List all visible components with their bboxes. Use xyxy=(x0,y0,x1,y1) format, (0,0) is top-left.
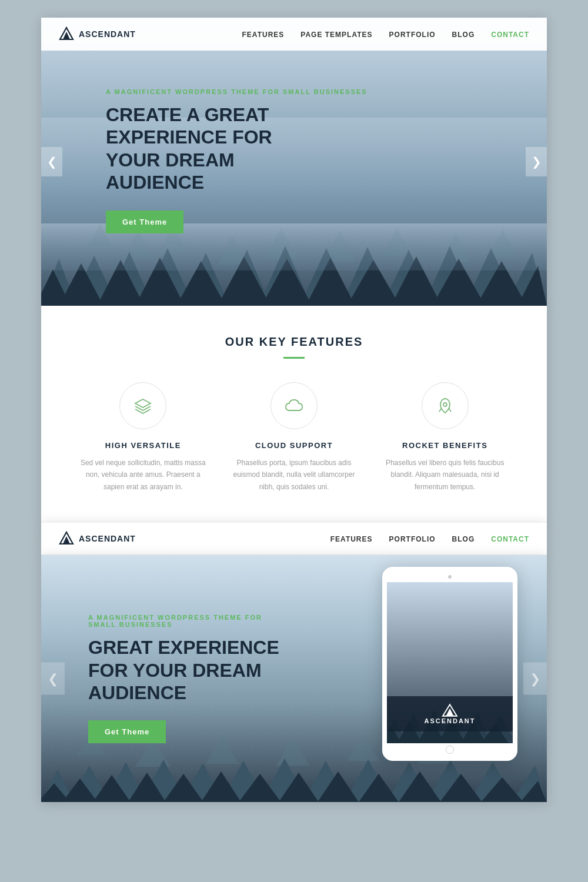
hero2-card: A MAGNIFICENT WORDPRESS THEME FOR SMALL … xyxy=(41,555,547,802)
tablet-camera xyxy=(448,575,452,579)
features-grid: HIGH VERSATILE Sed vel neque sollicitudi… xyxy=(76,382,512,493)
carousel-arrow-right[interactable]: ❯ xyxy=(526,147,547,176)
feature-rocket: ROCKET BENEFITS Phasellus vel libero qui… xyxy=(378,382,512,493)
feature-rocket-title: ROCKET BENEFITS xyxy=(402,441,487,450)
feature-cloud-desc: Phasellus porta, ipsum faucibus adis eui… xyxy=(229,457,359,493)
get-theme-button[interactable]: Get Theme xyxy=(106,211,183,233)
tablet-home-button xyxy=(446,746,454,754)
hero2-carousel-arrow-right[interactable]: ❯ xyxy=(523,663,547,695)
hero2-content: A MAGNIFICENT WORDPRESS THEME FOR SMALL … xyxy=(88,614,288,743)
carousel-arrow-left[interactable]: ❮ xyxy=(41,147,62,176)
nav2-portfolio[interactable]: PORTFOLIO xyxy=(389,535,436,543)
hero2-title: GREAT EXPERIENCE FOR YOUR DREAM AUDIENCE xyxy=(88,636,288,704)
section-divider xyxy=(283,357,305,359)
features-card: OUR KEY FEATURES xyxy=(41,306,547,522)
nav-contact[interactable]: CONTACT xyxy=(491,31,529,39)
features-section: OUR KEY FEATURES xyxy=(41,306,547,522)
hero2-subtitle: A MAGNIFICENT WORDPRESS THEME FOR SMALL … xyxy=(88,614,288,628)
nav-page-templates[interactable]: PAGE TEMPLATES xyxy=(300,31,372,39)
hero-content: A MAGNIFICENT WORDPRESS THEME FOR SMALL … xyxy=(106,88,368,233)
feature-versatile-title: HIGH VERSATILE xyxy=(105,441,181,450)
tablet-screen: ASCENDANT xyxy=(387,582,513,743)
features-title: OUR KEY FEATURES xyxy=(76,335,512,349)
svg-marker-61 xyxy=(347,734,380,761)
feature-rocket-desc: Phasellus vel libero quis felis faucibus… xyxy=(380,457,510,493)
feature-cloud: CLOUD SUPPORT Phasellus porta, ipsum fau… xyxy=(228,382,361,493)
second-navbar: ASCENDANT FEATURES PORTFOLIO BLOG CONTAC… xyxy=(41,522,547,555)
feature-cloud-title: CLOUD SUPPORT xyxy=(255,441,333,450)
hero2-carousel-arrow-left[interactable]: ❮ xyxy=(41,663,65,695)
nav-links: FEATURES PAGE TEMPLATES PORTFOLIO BLOG C… xyxy=(242,29,529,39)
brand: ASCENDANT xyxy=(59,26,136,42)
layers-icon xyxy=(133,396,152,415)
cloud-icon-circle xyxy=(270,382,318,429)
brand-logo-icon xyxy=(59,26,74,42)
brand-name: ASCENDANT xyxy=(79,29,136,39)
navbar: ASCENDANT FEATURES PAGE TEMPLATES PORTFO… xyxy=(41,18,547,51)
brand2-logo-icon xyxy=(59,531,74,546)
page-outer: ASCENDANT FEATURES PAGE TEMPLATES PORTFO… xyxy=(0,0,588,882)
nav2-features[interactable]: FEATURES xyxy=(330,535,373,543)
second-navbar-card: ASCENDANT FEATURES PORTFOLIO BLOG CONTAC… xyxy=(41,522,547,555)
tablet-brand-name: ASCENDANT xyxy=(424,717,475,724)
tablet-mockup: ASCENDANT xyxy=(382,567,517,761)
versatile-icon-circle xyxy=(119,382,166,429)
nav-portfolio[interactable]: PORTFOLIO xyxy=(389,31,436,39)
hero-subtitle: A MAGNIFICENT WORDPRESS THEME FOR SMALL … xyxy=(106,88,368,95)
nav2-blog[interactable]: BLOG xyxy=(452,535,475,543)
brand2-name: ASCENDANT xyxy=(79,534,136,543)
svg-marker-38 xyxy=(135,399,151,407)
hero-title: CREATE A GREAT EXPERIENCE FOR YOUR DREAM… xyxy=(106,103,306,194)
nav2-contact[interactable]: CONTACT xyxy=(491,535,529,543)
nav-features[interactable]: FEATURES xyxy=(242,31,285,39)
nav-blog[interactable]: BLOG xyxy=(452,31,475,39)
hero-section: ASCENDANT FEATURES PAGE TEMPLATES PORTFO… xyxy=(41,18,547,306)
brand2: ASCENDANT xyxy=(59,531,136,546)
second-hero-section: A MAGNIFICENT WORDPRESS THEME FOR SMALL … xyxy=(41,555,547,802)
tablet-top-bar xyxy=(387,572,513,582)
get-theme-button-2[interactable]: Get Theme xyxy=(88,720,166,743)
rocket-icon-circle xyxy=(422,382,469,429)
rocket-icon xyxy=(436,396,455,415)
tablet-brand-icon xyxy=(441,703,459,717)
tablet-bottom-bar xyxy=(387,743,513,756)
tablet-screen-logo: ASCENDANT xyxy=(387,696,513,731)
hero-card: ASCENDANT FEATURES PAGE TEMPLATES PORTFO… xyxy=(41,18,547,306)
nav2-links: FEATURES PORTFOLIO BLOG CONTACT xyxy=(330,533,529,544)
svg-point-39 xyxy=(443,403,447,406)
feature-versatile: HIGH VERSATILE Sed vel neque sollicitudi… xyxy=(76,382,210,493)
cloud-icon xyxy=(283,397,305,414)
feature-versatile-desc: Sed vel neque sollicitudin, mattis massa… xyxy=(78,457,208,493)
